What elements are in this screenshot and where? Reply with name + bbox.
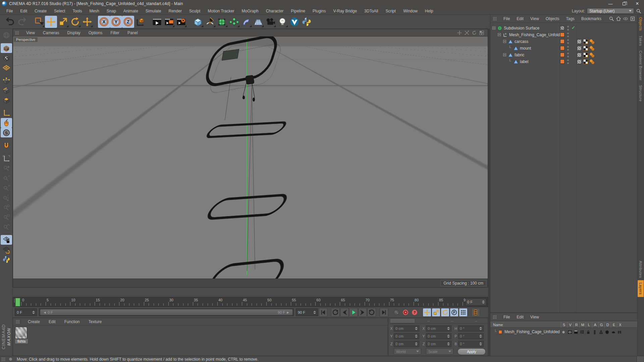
layout-select[interactable]: Startup (User)	[587, 8, 634, 14]
vray-button[interactable]	[288, 16, 301, 28]
tab-structure[interactable]: Structure	[638, 83, 644, 104]
texture-tag-icon[interactable]	[577, 59, 582, 64]
key-rotation-toggle[interactable]	[441, 308, 449, 317]
current-frame-field-right[interactable]: 0 F	[466, 298, 486, 306]
key-scale-toggle[interactable]	[432, 308, 440, 317]
lock-y-axis-button[interactable]: Y	[110, 16, 122, 28]
coordinate-field-b2[interactable]: 0 °	[458, 341, 484, 347]
material-menu-create[interactable]: Create	[23, 319, 44, 325]
layer-toggle-g-icon[interactable]	[598, 329, 604, 335]
edge-mode-button[interactable]	[1, 85, 12, 95]
coordinate-space-dropdown[interactable]: World	[394, 348, 421, 355]
resize-grip[interactable]	[637, 356, 644, 362]
object-tree-row[interactable]: Subdivision Surface✓	[490, 25, 637, 32]
menu-tools[interactable]: Tools	[69, 8, 86, 14]
layer-toggle-s-icon[interactable]	[561, 329, 566, 335]
camera-button[interactable]	[264, 16, 276, 28]
menu-animate[interactable]: Animate	[120, 8, 142, 14]
layer-swatch[interactable]	[560, 46, 565, 50]
goto-prev-frame-button[interactable]	[340, 308, 349, 317]
stepper-icon[interactable]	[415, 335, 418, 338]
object-manager-menu-objects[interactable]: Objects	[542, 16, 563, 22]
layer-menu-file[interactable]: File	[500, 314, 513, 320]
layer-swatch[interactable]	[560, 39, 565, 44]
layer-swatch[interactable]	[560, 53, 565, 57]
axis-mode-button[interactable]	[1, 108, 12, 118]
polygon-mode-button[interactable]	[1, 95, 12, 105]
stepper-icon[interactable]	[415, 327, 418, 330]
object-name[interactable]: Mesh_Fishing_Cage_Unfolded	[509, 33, 565, 37]
phong-tag-icon[interactable]	[590, 46, 594, 51]
workplane-interactive-button[interactable]	[1, 245, 12, 254]
stepper-icon[interactable]	[447, 335, 450, 338]
timeline-playhead[interactable]	[15, 298, 20, 306]
stepper-icon[interactable]	[447, 342, 450, 346]
menu-create[interactable]: Create	[31, 8, 50, 14]
panel-grip[interactable]	[15, 31, 19, 35]
viewport-menu-cameras[interactable]: Cameras	[39, 30, 63, 36]
rotate-tool-button[interactable]	[69, 16, 81, 28]
object-tree-row[interactable]: └label	[490, 58, 637, 65]
visibility-dots-icon[interactable]	[567, 33, 569, 37]
object-manager-menu-tags[interactable]: Tags	[563, 16, 578, 22]
live-selection-button[interactable]	[33, 16, 45, 28]
layer-color-swatch[interactable]	[498, 330, 502, 334]
view-label[interactable]: Perspective	[14, 37, 38, 42]
model-mode-button[interactable]	[1, 43, 12, 53]
spline-pen-button[interactable]	[204, 16, 216, 28]
visibility-dots-icon[interactable]	[567, 39, 569, 44]
minimize-button[interactable]: —	[604, 0, 617, 7]
object-tree-row[interactable]: carcass	[490, 38, 637, 45]
workplane-button[interactable]	[1, 154, 12, 164]
uvw-tag-icon[interactable]	[583, 46, 588, 51]
autokeying-button[interactable]	[401, 308, 410, 317]
coordinate-field-y1[interactable]: 0 cm	[426, 333, 451, 339]
stepper-icon[interactable]	[447, 327, 450, 330]
texture-tag-icon[interactable]	[577, 53, 582, 57]
menu-render[interactable]: Render	[165, 8, 185, 14]
stepper-icon[interactable]	[32, 311, 35, 314]
python-script-button[interactable]	[1, 254, 12, 264]
object-manager-menu-bookmarks[interactable]: Bookmarks	[578, 16, 605, 22]
enabled-check-icon[interactable]: ✓	[572, 25, 575, 30]
poly-obj-icon[interactable]	[513, 59, 519, 64]
snap-settings-button[interactable]: S	[1, 128, 12, 137]
viewport-rotate-icon[interactable]	[472, 30, 477, 36]
object-manager-menu-file[interactable]: File	[500, 16, 513, 22]
panel-grip[interactable]	[493, 315, 497, 319]
tab-objects[interactable]: Objects	[638, 15, 644, 33]
expand-toggle-icon[interactable]	[503, 53, 506, 56]
layer-toggle-e-icon[interactable]	[611, 329, 616, 335]
home-icon[interactable]	[616, 16, 621, 21]
viewport-menu-panel[interactable]: Panel	[123, 30, 142, 36]
timeline-window-button[interactable]	[471, 308, 480, 317]
current-frame-field[interactable]: 0 F	[15, 308, 37, 316]
menu-simulate[interactable]: Simulate	[142, 8, 165, 14]
menu-motion-tracker[interactable]: Motion Tracker	[204, 8, 238, 14]
visibility-dots-icon[interactable]	[567, 59, 569, 64]
stepper-icon[interactable]	[415, 342, 418, 346]
layer-menu-view[interactable]: View	[527, 314, 542, 320]
goto-next-key-button[interactable]	[367, 308, 376, 317]
lock-z-axis-button[interactable]: Z	[122, 16, 134, 28]
tab-layers[interactable]: Layers	[638, 280, 644, 297]
close-button[interactable]: ×	[631, 0, 644, 7]
keying-help-button[interactable]: ?	[410, 308, 419, 317]
workplane-lock-button[interactable]	[1, 235, 12, 245]
goto-end-button[interactable]	[380, 308, 388, 317]
search-icon[interactable]	[609, 16, 614, 21]
layer-swatch[interactable]	[560, 26, 565, 30]
last-tool-button[interactable]	[81, 16, 93, 28]
object-tree-row[interactable]: └mount	[490, 45, 637, 52]
menu-3dtoall[interactable]: 3DToAll	[361, 8, 382, 14]
menu-sculpt[interactable]: Sculpt	[185, 8, 204, 14]
layer-toggle-m-icon[interactable]	[580, 329, 585, 335]
key-pla-toggle[interactable]	[459, 308, 468, 317]
uvw-tag-icon[interactable]	[583, 59, 588, 64]
viewport-menu-options[interactable]: Options	[85, 30, 106, 36]
render-view-button[interactable]	[151, 16, 163, 28]
layer-swatch[interactable]	[560, 33, 565, 37]
coordinate-field-z2[interactable]: 0 cm	[394, 341, 419, 347]
menu-v-ray-bridge[interactable]: V-Ray Bridge	[329, 8, 361, 14]
stepper-icon[interactable]	[479, 327, 482, 330]
